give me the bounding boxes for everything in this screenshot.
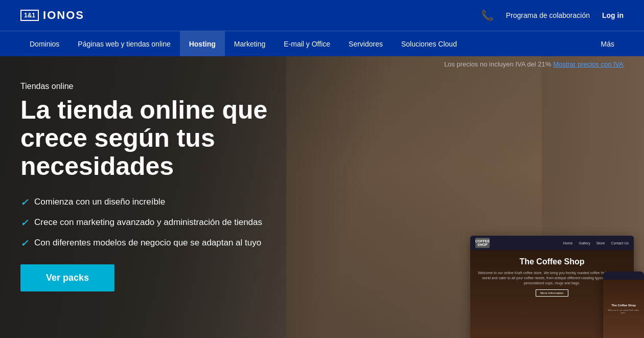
notice-bar: Los precios no incluyen IVA del 21% Most… bbox=[444, 60, 624, 68]
preview-nav-home: Home bbox=[563, 241, 573, 245]
preview-mobile-card: The Coffee Shop Welcome to our online Kr… bbox=[603, 272, 644, 338]
preview-header: COFFEESHOP Home Gallery Store Contact Us bbox=[470, 236, 634, 250]
feature-item-1: ✓ Comienza con un diseño increíble bbox=[20, 196, 286, 208]
notice-text: Los precios no incluyen IVA del 21% bbox=[444, 60, 551, 68]
preview-nav-items: Home Gallery Store Contact Us bbox=[563, 241, 629, 245]
preview-mobile-body: The Coffee Shop Welcome to our online Kr… bbox=[603, 280, 644, 338]
preview-mobile-title: The Coffee Shop bbox=[611, 304, 636, 307]
cta-button[interactable]: Ver packs bbox=[20, 264, 114, 291]
logo-area: 1&1 IONOS bbox=[20, 9, 84, 22]
preview-mobile-text: Welcome to our online Kraft coffee store… bbox=[606, 309, 641, 314]
check-icon-1: ✓ bbox=[20, 197, 28, 208]
nav-item-paginas[interactable]: Páginas web y tiendas online bbox=[68, 31, 179, 57]
preview-nav-store: Store bbox=[596, 241, 605, 245]
nav-item-hosting[interactable]: Hosting bbox=[180, 31, 225, 57]
preview-more-button[interactable]: More Information bbox=[536, 289, 568, 297]
check-icon-3: ✓ bbox=[20, 238, 28, 249]
nav-item-dominios[interactable]: Dominios bbox=[20, 31, 68, 57]
hero-title: La tienda online que crece según tus nec… bbox=[20, 96, 317, 181]
nav-item-servidores[interactable]: Servidores bbox=[339, 31, 392, 57]
preview-shop-title: The Coffee Shop bbox=[519, 257, 584, 266]
phone-icon: 📞 bbox=[481, 9, 494, 21]
preview-nav-contact: Contact Us bbox=[611, 241, 629, 245]
feature-text-1: Comienza con un diseño increíble bbox=[34, 196, 165, 208]
hero-subtitle: Tiendas online bbox=[20, 82, 624, 91]
hero-section: Los precios no incluyen IVA del 21% Most… bbox=[0, 56, 644, 338]
preview-nav-gallery: Gallery bbox=[579, 241, 590, 245]
logo-box: 1&1 bbox=[20, 10, 39, 21]
login-button[interactable]: Log in bbox=[602, 11, 624, 19]
feature-item-3: ✓ Con diferentes modelos de negocio que … bbox=[20, 237, 286, 249]
feature-text-3: Con diferentes modelos de negocio que se… bbox=[34, 237, 261, 249]
notice-link[interactable]: Mostrar precios con IVA bbox=[553, 60, 624, 68]
top-bar: 1&1 IONOS 📞 Programa de colaboración Log… bbox=[0, 0, 644, 31]
logo-ionos: IONOS bbox=[43, 9, 84, 22]
feature-item-2: ✓ Crece con marketing avanzado y adminis… bbox=[20, 216, 286, 229]
nav-item-email[interactable]: E-mail y Office bbox=[274, 31, 339, 57]
nav-item-mas[interactable]: Más bbox=[592, 31, 624, 57]
preview-logo-box: COFFEESHOP bbox=[475, 238, 490, 248]
preview-mobile-header bbox=[603, 272, 644, 280]
nav-item-cloud[interactable]: Soluciones Cloud bbox=[392, 31, 466, 57]
nav-item-marketing[interactable]: Marketing bbox=[225, 31, 274, 57]
preview-logo-text: COFFEESHOP bbox=[475, 239, 490, 246]
top-right-area: 📞 Programa de colaboración Log in bbox=[481, 9, 624, 21]
feature-text-2: Crece con marketing avanzado y administr… bbox=[34, 216, 262, 229]
check-icon-2: ✓ bbox=[20, 217, 28, 229]
nav-bar: Dominios Páginas web y tiendas online Ho… bbox=[0, 31, 644, 56]
collab-link[interactable]: Programa de colaboración bbox=[506, 11, 590, 19]
